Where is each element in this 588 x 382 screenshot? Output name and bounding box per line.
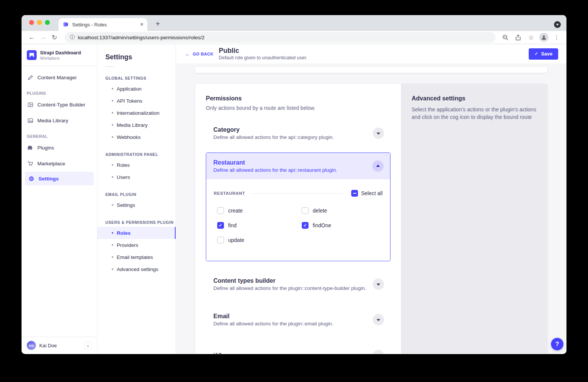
divider [22,66,97,66]
sidebar-item-plugins[interactable]: Plugins [22,140,97,155]
permissions-title: Permissions [206,95,390,102]
puzzle-icon [27,145,34,151]
zoom-out-icon[interactable] [501,33,510,42]
divider [251,193,343,194]
sidebar-item-label: Settings [39,176,59,182]
subnav-item-webhooks[interactable]: Webhooks [97,131,176,143]
subnav-item-application[interactable]: Application [97,83,176,95]
subnav-item-providers[interactable]: Providers [97,239,176,251]
subnav-item-label: Settings [117,202,135,208]
expand-content-types-builder-button[interactable] [373,279,384,290]
sidebar-item-label: Media Library [37,118,68,123]
restaurant-group-label: RESTAURANT [214,191,245,196]
sidebar-item-content-type-builder[interactable]: Content-Type Builder [22,97,97,112]
site-info-icon[interactable]: ⓘ [70,34,75,41]
expand-email-button[interactable] [373,314,384,325]
action-delete[interactable]: delete [302,207,383,214]
subnav-item-label: Media Library [117,122,148,128]
sidebar-item-settings[interactable]: ⚙ Settings [25,172,94,185]
workspace-brand[interactable]: Strapi Dashboard Workplace [22,44,97,66]
go-back-link[interactable]: ← GO BACK [185,51,213,57]
select-all-control[interactable]: Select all [351,190,383,197]
subnav-title: Settings [97,44,176,61]
checkbox-create[interactable] [217,207,224,214]
action-create[interactable]: create [217,207,302,214]
user-name: Kai Doe [39,343,81,348]
subnav-item-email-templates[interactable]: Email templates [97,251,176,263]
checkbox-find[interactable] [217,222,224,229]
browser-menu-icon[interactable]: ⋮ [552,33,561,42]
subnav-item-media-library[interactable]: Media Library [97,119,176,131]
sidebar-section-general: GENERAL [22,134,97,139]
subnav-item-internationalization[interactable]: Internationalization [97,107,176,119]
subnav-item-label: Webhooks [117,134,141,140]
share-icon[interactable] [514,33,523,42]
new-tab-button[interactable]: + [153,19,163,29]
subnav-group-email-plugin: EMAIL PLUGIN [105,192,176,197]
url-text[interactable]: localhost:1337/admin/settings/users-perm… [78,35,204,40]
collapse-sidebar-button[interactable]: ‹ [84,342,92,349]
checkbox-update[interactable] [217,237,224,243]
cart-icon [27,161,34,166]
subnav-item-email-settings[interactable]: Settings [97,199,176,211]
subnav-item-label: Providers [117,242,138,248]
close-tab-icon[interactable]: × [140,22,144,28]
advanced-settings-title: Advanced settings [412,95,537,102]
sidebar-item-content-manager[interactable]: Content Manager [22,70,97,85]
checkbox-findone[interactable] [302,222,309,229]
divider [105,66,114,67]
minimize-window-button[interactable] [37,20,42,25]
forward-icon[interactable]: → [38,32,48,42]
sidebar-section-plugins: PLUGINS [22,91,97,96]
permissions-card: Permissions Only actions bound by a rout… [195,84,547,354]
zoom-window-button[interactable] [45,20,50,25]
collapse-restaurant-button[interactable] [372,160,384,172]
sidebar-item-marketplace[interactable]: Marketplace [22,156,97,171]
action-label: update [228,237,244,243]
close-window-button[interactable] [29,20,34,25]
user-avatar[interactable]: KD [27,341,36,350]
action-findone[interactable]: findOne [302,222,383,229]
subnav-item-advanced-settings[interactable]: Advanced settings [97,263,176,275]
browser-tab[interactable]: Settings - Roles × [59,18,147,31]
sidebar-item-media-library[interactable]: Media Library [22,113,97,128]
role-subtitle: Default role given to unauthenticated us… [219,55,307,60]
subnav-item-label: Advanced settings [117,266,158,272]
select-all-checkbox[interactable] [351,190,358,197]
tab-title: Settings - Roles [72,22,140,28]
subnav-item-api-tokens[interactable]: API Tokens [97,95,176,107]
block-title: Category [213,126,334,133]
back-icon[interactable]: ← [27,32,37,42]
action-update[interactable]: update [217,237,302,243]
tab-search-button[interactable] [554,21,561,28]
bullet-icon [112,204,113,206]
expand-i18n-button[interactable] [373,350,384,354]
role-header: ← GO BACK Public Default role given to u… [176,44,566,63]
subnav-item-admin-roles[interactable]: Roles [97,159,176,171]
scroll-area[interactable]: Permissions Only actions bound by a rout… [176,63,566,354]
sidebar-item-label: Marketplace [37,161,65,166]
address-bar[interactable]: ⓘ localhost:1337/admin/settings/users-pe… [65,32,495,43]
block-description: Define all allowed actions for the api::… [213,134,334,140]
subnav-item-up-roles[interactable]: Roles [97,227,176,239]
browser-profile-avatar[interactable] [539,33,548,42]
chevron-down-icon [377,132,380,135]
subnav-item-admin-users[interactable]: Users [97,171,176,183]
subnav-item-label: Email templates [117,254,153,260]
go-back-label: GO BACK [193,52,213,56]
bookmark-star-icon[interactable]: ☆ [526,33,536,42]
role-details-card-partial [195,67,547,73]
save-button[interactable]: ✓ Save [529,48,558,60]
reload-icon[interactable]: ↻ [49,32,59,42]
block-title: Content types builder [213,277,366,284]
help-button[interactable]: ? [551,338,563,350]
sidebar-item-label: Content-Type Builder [37,102,85,108]
image-icon [27,118,34,123]
subnav-item-label: Roles [117,230,131,236]
bullet-icon [112,88,113,89]
expand-category-button[interactable] [373,128,384,139]
role-title: Public [219,47,307,55]
block-title: Email [213,313,333,320]
checkbox-delete[interactable] [302,207,309,214]
action-find[interactable]: find [217,222,302,229]
